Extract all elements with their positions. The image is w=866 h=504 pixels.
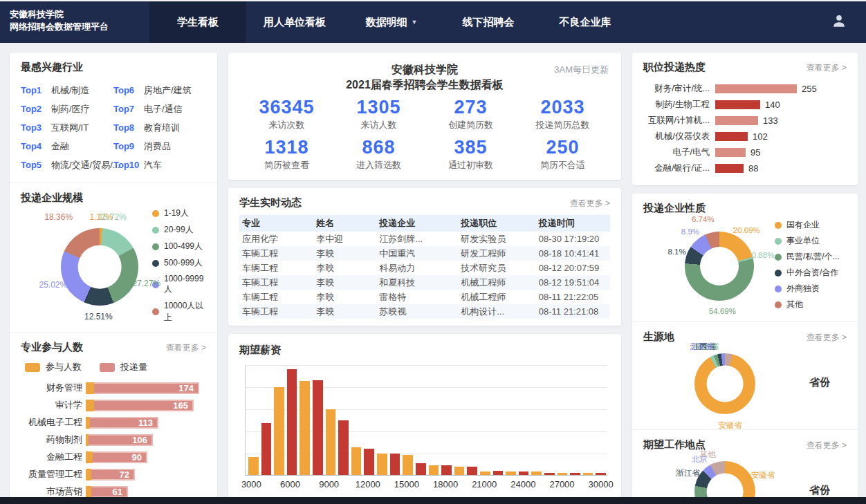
- legend-item[interactable]: 外商独资: [775, 283, 840, 295]
- industry-item[interactable]: Top4金融: [21, 137, 113, 156]
- industries-title: 最感兴趣行业: [21, 61, 83, 74]
- major-bar-row[interactable]: 质量管理工程72: [21, 467, 206, 482]
- salary-bar[interactable]: [351, 447, 362, 475]
- work-place-more-link[interactable]: 查看更多 >: [807, 440, 847, 451]
- salary-bar[interactable]: [416, 463, 426, 475]
- nav-item-4[interactable]: 线下招聘会: [440, 1, 537, 43]
- salary-bar[interactable]: [454, 467, 465, 475]
- work-place-unit-label: 省份: [809, 484, 830, 497]
- column-header[interactable]: 投递企业: [376, 215, 458, 232]
- industry-item[interactable]: Top6房地产/建筑: [113, 81, 206, 100]
- table-row[interactable]: 车辆工程李映中国重汽研发工程师08-18 10:41:41: [239, 246, 610, 261]
- salary-bar[interactable]: [403, 455, 413, 475]
- table-row[interactable]: 车辆工程李映和夏科技机械工程师08-12 19:51:04: [239, 275, 610, 290]
- salary-bar[interactable]: [274, 387, 284, 475]
- legend-item[interactable]: 国有企业: [775, 219, 840, 231]
- nav-item-label: 数据明细: [366, 16, 407, 29]
- salary-bar[interactable]: [596, 473, 606, 475]
- industry-rank: Top1: [21, 85, 51, 95]
- legend-item[interactable]: 500-999人: [152, 257, 206, 269]
- major-bars: 113: [86, 417, 206, 429]
- job-heat-row[interactable]: 财务/审计/统...255: [643, 81, 847, 96]
- job-heat-row[interactable]: 互联网/计算机...133: [643, 113, 847, 128]
- industry-item[interactable]: Top10汽车: [113, 156, 206, 174]
- salary-bar[interactable]: [493, 471, 504, 475]
- nav-item-3[interactable]: 数据明细▼: [343, 1, 440, 43]
- table-row[interactable]: 车辆工程李映雷格特机械工程师08-11 21:22:05: [239, 290, 610, 304]
- nav-item-5[interactable]: 不良企业库: [537, 1, 634, 43]
- table-row[interactable]: 车辆工程李映苏映视机构设计...08-11 21:21:08: [239, 304, 610, 319]
- salary-bar[interactable]: [531, 472, 542, 475]
- job-heat-row[interactable]: 制药/生物工程140: [643, 97, 847, 112]
- salary-bar[interactable]: [429, 465, 439, 475]
- industry-item[interactable]: Top1机械/制造: [21, 81, 113, 100]
- table-row[interactable]: 应用化学李中迎江苏剑牌...研发实验员08-30 17:19:20: [239, 232, 610, 246]
- column-header[interactable]: 姓名: [313, 215, 376, 232]
- salary-bar[interactable]: [326, 409, 336, 475]
- table-cell: 机械工程师: [458, 290, 536, 304]
- salary-bar[interactable]: [558, 473, 568, 475]
- majors-legend-item[interactable]: 参与人数: [25, 361, 82, 373]
- user-icon[interactable]: [831, 13, 847, 31]
- salary-bar[interactable]: [570, 473, 580, 475]
- industry-name: 房地产/建筑: [144, 84, 192, 97]
- delivery-value: 106: [132, 435, 147, 445]
- salary-bar[interactable]: [364, 449, 374, 475]
- salary-bar[interactable]: [248, 457, 259, 475]
- industry-item[interactable]: Top9消费品: [113, 137, 206, 156]
- major-bar-row[interactable]: 财务管理174: [21, 380, 206, 395]
- salary-bar[interactable]: [441, 465, 452, 475]
- activity-more-link[interactable]: 查看更多 >: [570, 198, 610, 209]
- nav-item-2[interactable]: 用人单位看板: [246, 1, 343, 43]
- major-bar-row[interactable]: 审计学165: [21, 398, 206, 413]
- salary-bar[interactable]: [338, 420, 349, 475]
- majors-more-link[interactable]: 查看更多 >: [166, 342, 206, 354]
- salary-bar[interactable]: [544, 473, 555, 475]
- salary-bar[interactable]: [390, 454, 400, 475]
- salary-bar[interactable]: [519, 472, 529, 475]
- nav-user[interactable]: [831, 1, 866, 43]
- industry-item[interactable]: Top3互联网/IT: [21, 118, 113, 137]
- job-heat-more-link[interactable]: 查看更多 >: [807, 62, 847, 74]
- legend-item[interactable]: 事业单位: [775, 235, 840, 247]
- salary-bar[interactable]: [467, 467, 477, 475]
- hometown-more-link[interactable]: 查看更多 >: [807, 332, 847, 344]
- salary-bar[interactable]: [377, 454, 387, 475]
- salary-bar[interactable]: [480, 472, 490, 475]
- job-heat-row[interactable]: 电子/电气95: [643, 144, 847, 160]
- salary-bar[interactable]: [313, 380, 323, 475]
- salary-bar[interactable]: [261, 423, 272, 475]
- salary-bar[interactable]: [583, 473, 593, 475]
- salary-bar[interactable]: [287, 369, 297, 475]
- majors-legend-item[interactable]: 投递量: [100, 361, 147, 373]
- table-row[interactable]: 车辆工程李映科易动力技术研究员08-12 20:07:59: [239, 261, 610, 275]
- legend-item[interactable]: 20-99人: [152, 224, 206, 236]
- major-bar-row[interactable]: 金融工程90: [21, 449, 206, 465]
- nav-item-1[interactable]: 学生看板: [149, 1, 246, 43]
- column-header[interactable]: 专业: [239, 215, 313, 232]
- legend-item[interactable]: 中外合资/合作: [775, 267, 840, 279]
- industry-rank: Top9: [113, 141, 144, 151]
- industry-item[interactable]: Top8教育培训: [113, 118, 206, 137]
- column-header[interactable]: 投递职位: [458, 215, 536, 232]
- industry-item[interactable]: Top5物流/交通/贸易/...: [21, 156, 113, 174]
- job-heat-row[interactable]: 金融/银行/证...88: [643, 160, 847, 176]
- column-header[interactable]: 投递时间: [536, 215, 610, 232]
- delivery-value: 113: [138, 418, 153, 428]
- salary-bar[interactable]: [300, 381, 310, 475]
- job-heat-row[interactable]: 机械/仪器仪表102: [643, 129, 847, 144]
- hometown-section: 生源地 查看更多 > 安徽省河北省湖南省江西省江苏省 省份: [632, 321, 858, 429]
- legend-item[interactable]: 其他: [775, 299, 840, 310]
- donut-slice-label: 浙江省: [676, 467, 700, 478]
- salary-bar[interactable]: [506, 472, 516, 475]
- legend-item[interactable]: 民营/私营/个...: [775, 251, 840, 263]
- industry-name: 金融: [51, 140, 69, 153]
- industry-item[interactable]: Top7电子/通信: [113, 100, 206, 118]
- major-bar-row[interactable]: 机械电子工程113: [21, 415, 206, 430]
- industry-item[interactable]: Top2制药/医疗: [21, 100, 113, 118]
- salary-bars: [248, 365, 606, 475]
- major-bar-row[interactable]: 药物制剂106: [21, 432, 206, 447]
- legend-item[interactable]: 1-19人: [152, 207, 206, 219]
- legend-item[interactable]: 100-499人: [152, 241, 206, 252]
- legend-item[interactable]: 10000人以上: [152, 300, 206, 324]
